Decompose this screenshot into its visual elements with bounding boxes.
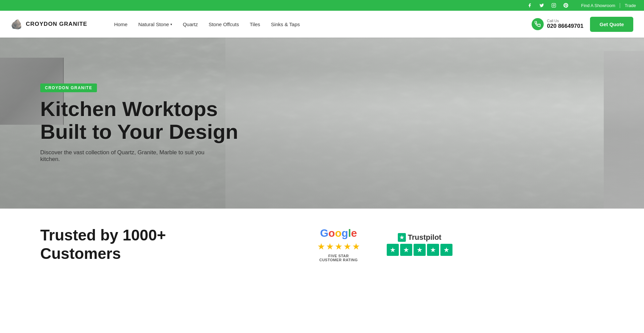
- nav-natural-stone-label: Natural Stone: [138, 21, 169, 27]
- hero-title-line1: Kitchen Worktops: [40, 97, 218, 120]
- hero-content: CROYDON GRANITE Kitchen Worktops Built t…: [0, 38, 238, 209]
- svg-point-1: [553, 5, 555, 6]
- call-label: Call Us: [547, 19, 584, 23]
- nav-stone-offcuts[interactable]: Stone Offcuts: [209, 21, 239, 27]
- hero-badge: CROYDON GRANITE: [40, 84, 97, 92]
- twitter-icon[interactable]: [538, 2, 545, 9]
- hero-title: Kitchen Worktops Built to Your Design: [40, 98, 238, 143]
- hero-subtitle: Discover the vast collection of Quartz, …: [40, 149, 221, 163]
- top-divider: |: [619, 2, 621, 8]
- call-text: Call Us 020 86649701: [547, 19, 584, 30]
- call-area: Call Us 020 86649701: [532, 18, 584, 30]
- hero-title-line2: Built to Your Design: [40, 120, 238, 143]
- nav-home[interactable]: Home: [114, 21, 127, 27]
- google-rating-block: Google ★ ★ ★ ★ ★ FIVE STAR CUSTOMER RATI…: [317, 227, 360, 262]
- nav-natural-stone[interactable]: Natural Stone ▾: [138, 21, 172, 27]
- hero-section: CROYDON GRANITE Kitchen Worktops Built t…: [0, 38, 644, 209]
- google-stars: ★ ★ ★ ★ ★: [317, 241, 360, 252]
- navbar: 🪨 CROYDON GRANITE Home Natural Stone ▾ Q…: [0, 11, 644, 38]
- logo-icon: 🪨: [11, 19, 22, 30]
- find-showroom-link[interactable]: Find A Showroom: [581, 3, 615, 8]
- google-rating-label: FIVE STAR CUSTOMER RATING: [319, 254, 358, 262]
- pinterest-icon[interactable]: [562, 2, 570, 9]
- star-4: ★: [343, 241, 351, 252]
- nav-tiles[interactable]: Tiles: [250, 21, 260, 27]
- call-number: 020 86649701: [547, 23, 584, 30]
- google-customer-rating: CUSTOMER RATING: [319, 258, 358, 262]
- trust-section: Trusted by 1000+ Customers Google ★ ★ ★ …: [0, 209, 644, 277]
- tp-box-1: ★: [387, 244, 399, 256]
- trustpilot-name: Trustpilot: [408, 233, 441, 242]
- svg-rect-0: [552, 3, 556, 7]
- top-bar: Find A Showroom | Trade: [0, 0, 644, 11]
- phone-icon: [532, 18, 544, 30]
- trust-ratings: Google ★ ★ ★ ★ ★ FIVE STAR CUSTOMER RATI…: [166, 227, 604, 262]
- nav-quartz[interactable]: Quartz: [183, 21, 198, 27]
- google-five-star: FIVE STAR: [319, 254, 358, 258]
- tp-box-3: ★: [414, 244, 426, 256]
- trustpilot-header: ★ Trustpilot: [398, 233, 441, 242]
- instagram-icon[interactable]: [550, 2, 557, 9]
- star-3: ★: [335, 241, 342, 252]
- tp-box-5: ★: [440, 244, 452, 256]
- top-links: Find A Showroom | Trade: [581, 2, 636, 8]
- trust-heading: Trusted by 1000+ Customers: [40, 226, 166, 263]
- logo-text: CROYDON GRANITE: [26, 21, 87, 27]
- nav-sinks-taps[interactable]: Sinks & Taps: [271, 21, 300, 27]
- nav-right: Call Us 020 86649701 Get Quote: [532, 17, 633, 32]
- google-logo: Google: [320, 227, 357, 239]
- trustpilot-star-icon: ★: [398, 233, 406, 242]
- star-2: ★: [326, 241, 334, 252]
- star-5: ★: [352, 241, 360, 252]
- trade-link[interactable]: Trade: [625, 3, 636, 8]
- trustpilot-boxes: ★ ★ ★ ★ ★: [387, 244, 452, 256]
- trust-heading-line1: Trusted by 1000+: [40, 226, 166, 244]
- social-links: [526, 2, 570, 9]
- logo[interactable]: 🪨 CROYDON GRANITE: [11, 19, 87, 30]
- nav-links: Home Natural Stone ▾ Quartz Stone Offcut…: [114, 21, 300, 27]
- trustpilot-rating-block: ★ Trustpilot ★ ★ ★ ★ ★: [387, 233, 452, 256]
- get-quote-button[interactable]: Get Quote: [590, 17, 633, 32]
- tp-box-4: ★: [427, 244, 439, 256]
- tp-box-2: ★: [400, 244, 412, 256]
- facebook-icon[interactable]: [526, 2, 533, 9]
- svg-point-2: [555, 4, 555, 4]
- star-1: ★: [317, 241, 325, 252]
- trust-heading-line2: Customers: [40, 245, 121, 262]
- chevron-down-icon: ▾: [170, 22, 172, 26]
